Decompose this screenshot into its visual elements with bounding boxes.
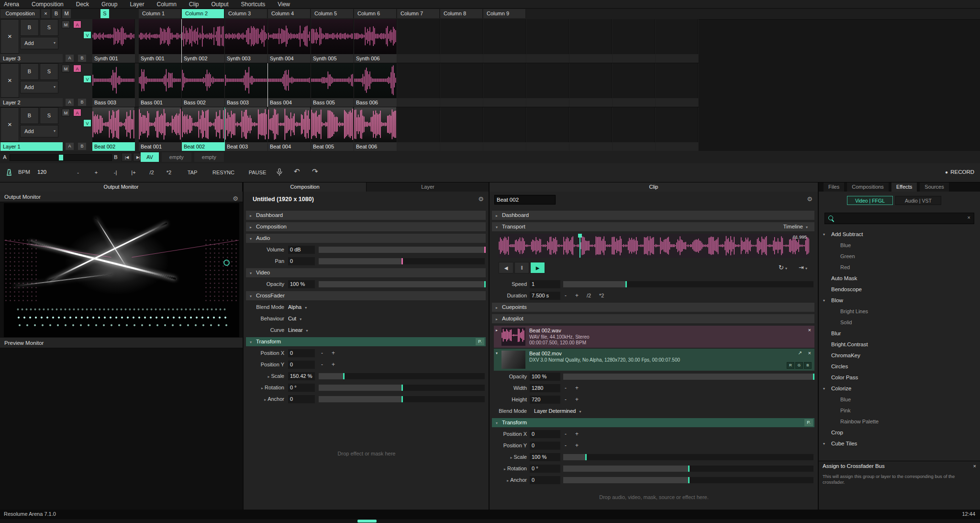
param-value[interactable]: 0 [530, 430, 560, 438]
param-2-button[interactable]: /2 [587, 291, 591, 300]
column-header-8[interactable]: Column 8 [440, 9, 483, 18]
tab-clip[interactable]: Clip [490, 182, 818, 192]
file-expand-icon[interactable]: ↗ [798, 350, 802, 355]
clip-cell[interactable]: Bass 005 [311, 63, 354, 107]
column-header-5[interactable]: Column 5 [311, 9, 354, 18]
layer-audio-cell[interactable]: A [73, 65, 81, 72]
clip-cell[interactable] [569, 107, 612, 151]
composition-clear-button[interactable]: × [41, 9, 50, 18]
param-value[interactable]: 150.42 % [288, 372, 315, 380]
layer-bypass-button[interactable]: B [20, 107, 39, 124]
clip-cell[interactable] [612, 63, 656, 107]
play-direction-icon[interactable]: ⇥▾ [799, 264, 807, 271]
clip-cell[interactable]: Beat 004 [268, 107, 311, 151]
bpm-button-tap[interactable]: TAP [181, 167, 204, 178]
transform-p-badge[interactable]: P. [804, 419, 813, 426]
param-value[interactable]: 0 dB [288, 246, 315, 254]
clip-cell[interactable]: Beat 006 [354, 107, 397, 151]
composition-header-tab[interactable]: Composition [0, 9, 40, 18]
param-decrement-button[interactable]: - [321, 360, 323, 369]
layer-clear-button[interactable]: × [0, 107, 19, 142]
param-decrement-button[interactable]: - [321, 349, 323, 358]
clip-cell[interactable] [440, 19, 483, 63]
clip-cell[interactable]: Beat 003 [225, 107, 268, 151]
menu-item-column[interactable]: Column [156, 1, 176, 8]
param-2-button[interactable]: *2 [599, 291, 604, 300]
param-slider-track[interactable] [563, 374, 813, 380]
effect-preset-solid[interactable]: Solid [819, 317, 980, 328]
param-decrement-button[interactable]: - [565, 384, 567, 393]
effect-blow[interactable]: ▾Blow [819, 295, 980, 306]
bpm-button-resync[interactable]: RESYNC [208, 167, 239, 178]
param-dropdown[interactable]: Linear▾ [288, 326, 308, 335]
param-slider-marker[interactable] [813, 374, 814, 380]
layer-crossfader-b-cell[interactable]: B [78, 99, 86, 106]
search-input[interactable] [835, 214, 963, 223]
file-remove-icon[interactable]: × [808, 327, 811, 333]
tab-compositions[interactable]: Compositions [847, 182, 889, 192]
playhead-handle[interactable] [578, 234, 582, 238]
param-value[interactable]: 1 [530, 280, 560, 288]
menu-item-arena[interactable]: Arena [4, 1, 19, 8]
param-slider-track[interactable] [319, 247, 485, 253]
effect-preset-bright-lines[interactable]: Bright Lines [819, 306, 980, 317]
clip-cell[interactable] [656, 107, 699, 151]
param-value[interactable]: 0 [530, 442, 560, 450]
menu-item-layer[interactable]: Layer [130, 1, 144, 8]
layer-crossfader-a-cell[interactable]: A [66, 55, 74, 62]
clip-cell[interactable] [526, 63, 569, 107]
tab-layer[interactable]: Layer [367, 182, 490, 192]
file-remove-icon[interactable]: × [808, 350, 811, 356]
layer-name[interactable]: Layer 1 [0, 142, 63, 151]
param-value[interactable]: 0 [288, 395, 315, 403]
layer-master-cell[interactable]: M [62, 21, 70, 28]
clip-cell[interactable] [656, 19, 699, 63]
effect-preset-blue[interactable]: Blue [819, 240, 980, 251]
clip-cell[interactable]: Bass 004 [268, 63, 311, 107]
column-header-6[interactable]: Column 6 [354, 9, 397, 18]
clip-cell[interactable] [612, 107, 656, 151]
param-increment-button[interactable]: + [575, 441, 579, 450]
metronome-icon[interactable] [5, 168, 13, 177]
effect-cube-tiles[interactable]: ▾Cube Tiles [819, 438, 980, 449]
param-increment-button[interactable]: + [575, 291, 579, 300]
layer-solo-button[interactable]: S [40, 107, 58, 124]
output-monitor-gear-icon[interactable]: ⚙ [233, 193, 238, 204]
effect-circles[interactable]: Circles [819, 361, 980, 372]
bpm-button-2[interactable]: *2 [162, 167, 176, 178]
deck-tab-av-0[interactable]: AV [141, 152, 159, 162]
section-composition[interactable]: ▸Composition [246, 222, 486, 231]
param-slider-marker[interactable] [585, 454, 587, 460]
param-slider-track[interactable] [563, 454, 813, 460]
play-button[interactable]: ▶ [530, 262, 545, 273]
clip-cell[interactable]: Beat 005 [311, 107, 354, 151]
param-value[interactable]: 1280 [530, 384, 560, 392]
param-dropdown[interactable]: Cut▾ [288, 314, 301, 323]
bpm-button-3[interactable]: |+ [126, 167, 141, 178]
clip-cell[interactable] [440, 63, 483, 107]
clip-cell[interactable] [526, 107, 569, 151]
menu-item-deck[interactable]: Deck [76, 1, 89, 8]
param-slider-marker[interactable] [401, 385, 403, 391]
layer-add-dropdown[interactable]: Add▾ [20, 125, 58, 137]
param-decrement-button[interactable]: - [565, 430, 567, 439]
menu-item-composition[interactable]: Composition [32, 1, 64, 8]
tab-sources[interactable]: Sources [920, 182, 948, 192]
section-crossfader[interactable]: ▾CrossFader [246, 291, 486, 300]
effect-crop[interactable]: Crop [819, 427, 980, 438]
clip-cell[interactable]: Synth 004 [268, 19, 311, 63]
param-value[interactable]: 7.500 s [530, 292, 560, 300]
crossfader-track[interactable] [10, 154, 112, 161]
clip-cell[interactable] [612, 19, 656, 63]
bpm-button-2[interactable]: /2 [145, 167, 159, 178]
clip-gear-icon[interactable]: ⚙ [807, 195, 813, 203]
deck-tab-empty-2[interactable]: empty [194, 152, 224, 162]
effect-preset-blue[interactable]: Blue [819, 394, 980, 405]
layer-crossfader-b-cell[interactable]: B [78, 143, 86, 150]
clip-cell[interactable] [483, 19, 526, 63]
param-slider-track[interactable] [563, 281, 813, 287]
layer-clear-button[interactable]: × [0, 63, 19, 98]
param-value[interactable]: 100 % [530, 453, 560, 461]
layer-video-cell[interactable]: V [83, 75, 91, 83]
column-header-7[interactable]: Column 7 [397, 9, 440, 18]
